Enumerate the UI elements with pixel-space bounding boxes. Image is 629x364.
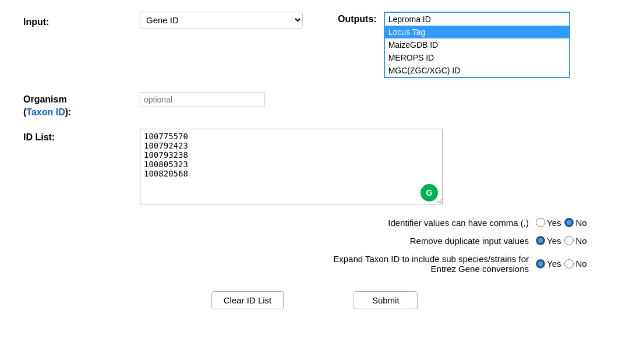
organism-input[interactable] (140, 92, 265, 107)
option-comma-no-label[interactable]: No (564, 218, 586, 228)
output-item-locus[interactable]: Locus Tag (385, 26, 569, 38)
option-dup-no-label[interactable]: No (564, 236, 586, 246)
output-item-mgc[interactable]: MGC(ZGC/XGC) ID (385, 64, 569, 77)
option-expand-label: Expand Taxon ID to include sub species/s… (333, 254, 529, 274)
input-select[interactable]: Gene ID Protein ID UniProt ID RefSeq mRN… (140, 12, 303, 29)
clear-button[interactable]: Clear ID List (211, 291, 284, 309)
option-expand-group: Yes No (536, 259, 606, 268)
option-comma-group: Yes No (536, 218, 606, 228)
id-list-label: ID List: (23, 129, 140, 143)
output-item-leproma[interactable]: Leproma ID (385, 13, 569, 26)
outputs-label: Outputs: (338, 12, 377, 24)
option-comma-yes-label[interactable]: Yes (536, 218, 561, 228)
option-dup-yes-label[interactable]: Yes (536, 236, 561, 246)
output-item-maizegdb[interactable]: MaizeGDB ID (385, 38, 569, 51)
submit-button[interactable]: Submit (354, 291, 418, 309)
option-expand-yes-label[interactable]: Yes (536, 259, 561, 268)
option-comma-no-radio[interactable] (564, 218, 574, 227)
taxon-id-link[interactable]: Taxon ID (26, 107, 65, 117)
option-expand-no-radio[interactable] (564, 259, 574, 268)
output-item-merops[interactable]: MEROPS ID (385, 51, 569, 64)
option-dup-group: Yes No (536, 236, 606, 246)
id-list-textarea[interactable] (140, 129, 443, 204)
option-comma-yes-radio[interactable] (536, 218, 545, 227)
grammarly-icon: G (420, 184, 438, 202)
option-dup-yes-radio[interactable] (536, 236, 545, 245)
option-dup-no-radio[interactable] (564, 236, 574, 245)
option-comma-label: Identifier values can have comma (,) (388, 218, 529, 228)
organism-label: Organism (Taxon ID): (23, 90, 140, 119)
option-dup-label: Remove duplicate input values (410, 236, 529, 246)
option-expand-no-label[interactable]: No (564, 259, 586, 268)
outputs-listbox[interactable]: Leproma ID Locus Tag MaizeGDB ID MEROPS … (384, 12, 570, 78)
option-expand-yes-radio[interactable] (536, 259, 545, 268)
input-label: Input: (23, 13, 140, 27)
